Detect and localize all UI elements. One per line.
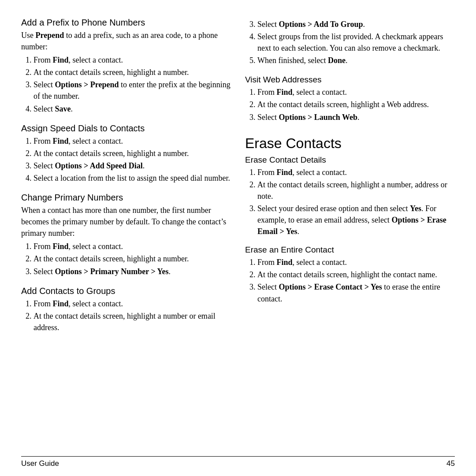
footer-left: User Guide xyxy=(21,459,59,468)
add-prefix-intro: Use Prepend to add a prefix, such as an … xyxy=(21,30,231,52)
list-item: At the contact details screen, highlight… xyxy=(33,148,231,159)
add-groups-list: From Find, select a contact. At the cont… xyxy=(33,298,231,333)
list-item: Select Options > Erase Contact > Yes to … xyxy=(257,281,455,304)
list-item: At the contact details screen, highlight… xyxy=(33,253,231,264)
change-primary-intro: When a contact has more than one number,… xyxy=(21,205,231,239)
list-item: At the contact details screen, highlight… xyxy=(257,99,455,110)
erase-detail-list: From Find, select a contact. At the cont… xyxy=(257,167,455,238)
change-primary-title: Change Primary Numbers xyxy=(21,193,231,203)
list-item: From Find, select a contact. xyxy=(257,167,455,178)
list-item: Select a location from the list to assig… xyxy=(33,172,231,184)
erase-contacts-title: Erase Contacts xyxy=(245,135,455,152)
list-item: From Find, select a contact. xyxy=(33,241,231,252)
list-item: From Find, select a contact. xyxy=(257,257,455,268)
list-item: Select Options > Launch Web. xyxy=(257,112,455,123)
list-item: At the contact details screen, highlight… xyxy=(33,310,231,333)
assign-speed-dials-list: From Find, select a contact. At the cont… xyxy=(33,135,231,184)
section-erase-contacts: Erase Contacts Erase Contact Details Fro… xyxy=(245,132,455,312)
list-item: Select your desired erase option and the… xyxy=(257,203,455,237)
footer: User Guide 45 xyxy=(21,456,455,468)
erase-detail-title: Erase Contact Details xyxy=(245,155,455,165)
list-item: At the contact details screen, highlight… xyxy=(257,179,455,202)
erase-entire-list: From Find, select a contact. At the cont… xyxy=(257,257,455,304)
add-groups-title: Add Contacts to Groups xyxy=(21,286,231,296)
section-erase-detail: Erase Contact Details From Find, select … xyxy=(245,155,455,238)
section-add-groups-cont: Select Options > Add To Group. Select gr… xyxy=(245,18,455,67)
visit-web-title: Visit Web Addresses xyxy=(245,75,455,85)
list-item: Select groups from the list provided. A … xyxy=(257,31,455,54)
add-prefix-list: From Find, select a contact. At the cont… xyxy=(33,54,231,114)
left-column: Add a Prefix to Phone Numbers Use Prepen… xyxy=(21,18,231,423)
section-add-prefix: Add a Prefix to Phone Numbers Use Prepen… xyxy=(21,18,231,115)
section-erase-entire: Erase an Entire Contact From Find, selec… xyxy=(245,245,455,304)
list-item: From Find, select a contact. xyxy=(33,135,231,147)
section-change-primary: Change Primary Numbers When a contact ha… xyxy=(21,193,231,278)
footer-right: 45 xyxy=(446,459,455,468)
content: Add a Prefix to Phone Numbers Use Prepen… xyxy=(21,18,455,423)
section-add-groups: Add Contacts to Groups From Find, select… xyxy=(21,286,231,334)
list-item: From Find, select a contact. xyxy=(33,54,231,66)
erase-entire-title: Erase an Entire Contact xyxy=(245,245,455,255)
list-item: At the contact details screen, highlight… xyxy=(33,67,231,78)
section-visit-web: Visit Web Addresses From Find, select a … xyxy=(245,75,455,123)
list-item: Select Options > Prepend to enter the pr… xyxy=(33,79,231,102)
list-item: Select Options > Add To Group. xyxy=(257,19,455,30)
change-primary-list: From Find, select a contact. At the cont… xyxy=(33,241,231,277)
list-item: From Find, select a contact. xyxy=(257,86,455,98)
visit-web-list: From Find, select a contact. At the cont… xyxy=(257,86,455,123)
assign-speed-dials-title: Assign Speed Dials to Contacts xyxy=(21,123,231,134)
page: Add a Prefix to Phone Numbers Use Prepen… xyxy=(0,0,476,476)
add-groups-cont-list: Select Options > Add To Group. Select gr… xyxy=(257,19,455,66)
add-prefix-title: Add a Prefix to Phone Numbers xyxy=(21,18,231,28)
list-item: From Find, select a contact. xyxy=(33,298,231,309)
list-item: When finished, select Done. xyxy=(257,55,455,66)
list-item: Select Options > Add Speed Dial. xyxy=(33,160,231,171)
right-column: Select Options > Add To Group. Select gr… xyxy=(245,18,455,423)
section-assign-speed-dials: Assign Speed Dials to Contacts From Find… xyxy=(21,123,231,185)
list-item: At the contact details screen, highlight… xyxy=(257,269,455,280)
list-item: Select Save. xyxy=(33,103,231,115)
list-item: Select Options > Primary Number > Yes. xyxy=(33,266,231,277)
